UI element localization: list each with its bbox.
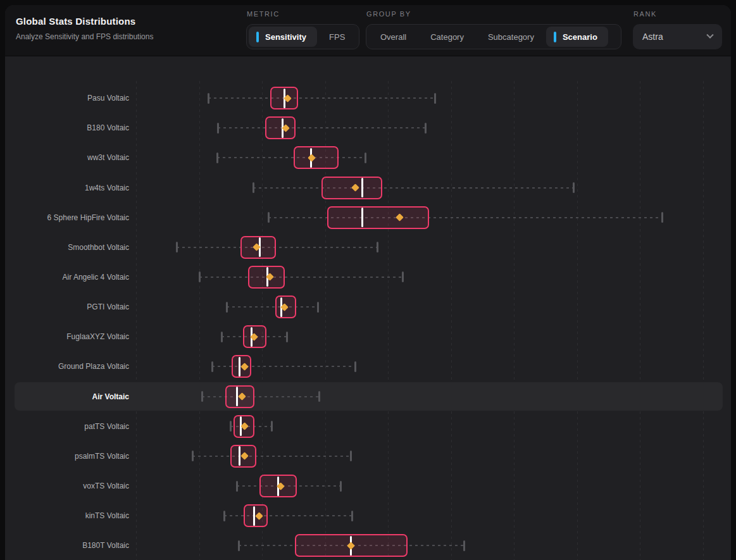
chart-row[interactable]: 1w4ts Voltaic <box>5 173 731 202</box>
median-line <box>253 506 255 526</box>
whisker-cap-low <box>221 332 223 342</box>
active-indicator-bar <box>256 32 259 42</box>
row-label: B180 Voltaic <box>5 113 129 143</box>
group-by-option-label: Overall <box>380 32 406 42</box>
whisker-line <box>227 306 318 308</box>
whisker-cap-low <box>199 271 201 282</box>
whisker-cap-low <box>223 511 225 521</box>
whisker-cap-high <box>661 212 663 223</box>
metric-option-label: Sensitivity <box>265 32 306 42</box>
whisker-line <box>177 247 377 248</box>
median-line <box>361 178 363 197</box>
row-label: B180T Voltaic <box>5 531 129 560</box>
whisker-cap-high <box>350 451 352 461</box>
whisker-cap-high <box>351 511 353 521</box>
chart-row[interactable]: Ground Plaza Voltaic <box>5 352 731 382</box>
whisker-cap-low <box>216 152 218 163</box>
row-label: Air Angelic 4 Voltaic <box>5 262 129 292</box>
chart-panel: Pasu VoltaicB180 Voltaicww3t Voltaic1w4t… <box>5 56 731 560</box>
row-label: psalmTS Voltaic <box>5 441 129 471</box>
chart-row[interactable]: patTS Voltaic <box>5 411 731 441</box>
whisker-cap-high <box>434 93 436 104</box>
whisker-cap-low <box>238 540 240 551</box>
whisker-cap-low <box>217 123 219 134</box>
whisker-cap-high <box>354 361 356 372</box>
chart-row[interactable]: ww3t Voltaic <box>5 143 731 173</box>
median-line <box>361 208 363 227</box>
whisker-cap-high <box>402 271 404 282</box>
whisker-cap-high <box>573 182 575 193</box>
whisker-cap-low <box>253 182 254 193</box>
row-label: voxTS Voltaic <box>5 471 129 501</box>
whisker-line <box>217 157 365 158</box>
page-title: Global Stats Distributions <box>16 16 135 27</box>
row-label: 6 Sphere HipFire Voltaic <box>5 202 129 232</box>
whisker-cap-high <box>377 242 378 252</box>
whisker-cap-low <box>192 451 194 461</box>
chart-row[interactable]: kinTS Voltaic <box>5 501 731 531</box>
group-by-option-label: Scenario <box>563 32 597 42</box>
box <box>327 206 429 229</box>
chart-row[interactable]: PGTI Voltaic <box>5 292 731 322</box>
whisker-cap-high <box>318 391 320 402</box>
group-by-option-overall[interactable]: Overall <box>368 27 418 47</box>
row-label: ww3t Voltaic <box>5 143 129 173</box>
chart-row[interactable]: Air Voltaic <box>5 382 731 411</box>
metric-option-sensitivity[interactable]: Sensitivity <box>249 27 317 47</box>
chart-row[interactable]: Pasu Voltaic <box>5 84 731 113</box>
median-line <box>239 446 240 466</box>
row-label: kinTS Voltaic <box>5 501 129 531</box>
metric-option-fps[interactable]: FPS <box>317 27 357 47</box>
metric-section-label: METRIC <box>247 10 280 18</box>
whisker-line <box>192 456 351 457</box>
whisker-cap-low <box>201 391 203 402</box>
metric-option-label: FPS <box>329 32 345 42</box>
metric-toggle: Sensitivity FPS <box>246 24 359 49</box>
whisker-cap-low <box>208 93 209 104</box>
whisker-cap-low <box>211 361 213 372</box>
row-label: Smoothbot Voltaic <box>5 232 129 262</box>
whisker-cap-high <box>365 152 366 163</box>
group-by-option-label: Subcategory <box>488 32 534 42</box>
whisker-cap-low <box>268 212 270 223</box>
whisker-line <box>218 127 425 128</box>
chart-row[interactable]: Air Angelic 4 Voltaic <box>5 262 731 292</box>
rank-select-value: Astra <box>642 32 663 42</box>
chart-row[interactable]: Smoothbot Voltaic <box>5 232 731 262</box>
whisker-cap-high <box>463 540 465 551</box>
group-by-section-label: GROUP BY <box>366 10 411 18</box>
chart-row[interactable]: B180 Voltaic <box>5 113 731 143</box>
whisker-line <box>202 396 319 397</box>
whisker-cap-low <box>236 481 238 492</box>
whisker-cap-high <box>425 123 427 134</box>
group-by-option-subcategory[interactable]: Subcategory <box>476 27 546 47</box>
active-indicator-bar <box>554 32 556 42</box>
card-header: Global Stats Distributions Analyze Sensi… <box>5 5 731 56</box>
whisker-cap-low <box>226 302 228 313</box>
chart-row[interactable]: voxTS Voltaic <box>5 471 731 501</box>
row-label: FuglaaXYZ Voltaic <box>5 322 129 352</box>
rank-section-label: RANK <box>633 10 657 18</box>
row-label: patTS Voltaic <box>5 411 129 441</box>
box <box>265 116 296 139</box>
page-subtitle: Analyze Sensitivity and FPS distribution… <box>16 32 153 41</box>
median-line <box>236 387 238 406</box>
median-line <box>239 357 240 376</box>
chevron-down-icon <box>706 32 713 39</box>
chart-row[interactable]: psalmTS Voltaic <box>5 441 731 471</box>
group-by-option-category[interactable]: Category <box>418 27 476 47</box>
chart-row[interactable]: 6 Sphere HipFire Voltaic <box>5 202 731 232</box>
row-label: 1w4ts Voltaic <box>5 173 129 202</box>
row-label: Air Voltaic <box>5 382 129 411</box>
whisker-cap-high <box>340 481 342 492</box>
whisker-line <box>208 97 435 99</box>
group-by-option-scenario[interactable]: Scenario <box>546 27 608 47</box>
whisker-line <box>253 187 573 189</box>
chart-row[interactable]: FuglaaXYZ Voltaic <box>5 322 731 352</box>
rank-select[interactable]: Astra <box>633 24 722 49</box>
whisker-cap-low <box>176 242 178 252</box>
chart-row[interactable]: B180T Voltaic <box>5 531 731 560</box>
whisker-cap-high <box>286 332 288 342</box>
whisker-cap-low <box>230 421 232 432</box>
whisker-cap-high <box>317 302 319 313</box>
